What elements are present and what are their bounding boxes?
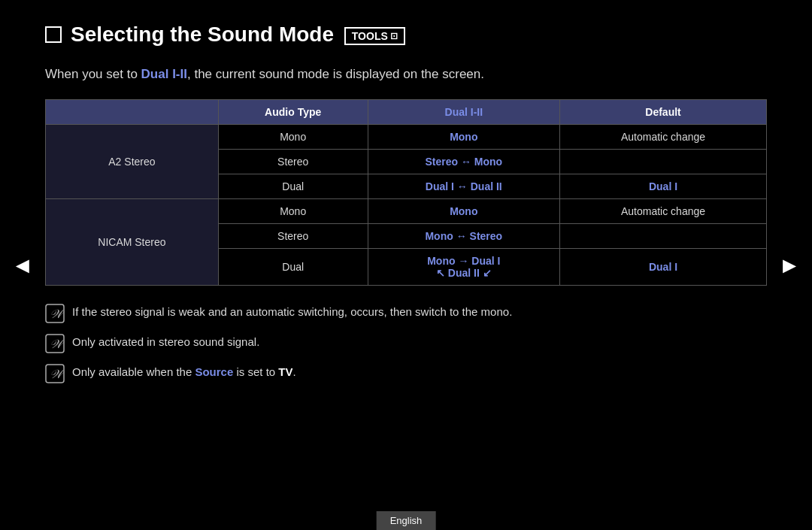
col-header-empty [46, 99, 219, 124]
default-cell: Automatic change [560, 124, 767, 149]
nav-right-arrow[interactable]: ► [778, 253, 801, 278]
audio-type-cell: Dual [218, 248, 368, 285]
note-icon-3: 𝒲 [45, 364, 65, 383]
section-nicam-stereo: NICAM Stereo [46, 198, 219, 285]
svg-text:𝒲: 𝒲 [50, 338, 65, 350]
language-label: English [390, 515, 423, 526]
note-item-2: 𝒲 Only activated in stereo sound signal. [45, 334, 767, 353]
note-text-3: Only available when the Source is set to… [72, 364, 296, 381]
default-cell [560, 223, 767, 248]
note-text-2: Only activated in stereo sound signal. [72, 334, 259, 351]
note-text-1: If the stereo signal is weak and an auto… [72, 304, 512, 321]
tools-icon: ⊡ [390, 31, 398, 41]
page-title: Selecting the Sound Mode TOOLS⊡ [71, 23, 405, 47]
source-highlight: Source [195, 365, 233, 378]
col-header-default: Default [560, 99, 767, 124]
default-cell: Dual I [560, 248, 767, 285]
note-item-3: 𝒲 Only available when the Source is set … [45, 364, 767, 383]
tools-badge: TOOLS⊡ [344, 27, 405, 45]
subtitle: When you set to Dual I-II, the current s… [45, 65, 767, 84]
default-cell: Automatic change [560, 198, 767, 223]
page-title-row: Selecting the Sound Mode TOOLS⊡ [45, 23, 767, 47]
dual-cell: Mono [368, 124, 560, 149]
footer-language: English [377, 511, 436, 530]
note-item-1: 𝒲 If the stereo signal is weak and an au… [45, 304, 767, 323]
table-row: A2 Stereo Mono Mono Automatic change [46, 124, 767, 149]
dual-cell: Mono [368, 198, 560, 223]
default-cell: Dual I [560, 174, 767, 198]
svg-text:𝒲: 𝒲 [50, 368, 65, 380]
svg-text:𝒲: 𝒲 [50, 307, 65, 320]
audio-type-cell: Stereo [218, 223, 368, 248]
nav-left-arrow[interactable]: ◄ [11, 253, 34, 278]
note-icon-1: 𝒲 [45, 304, 65, 323]
tv-highlight: TV [278, 365, 292, 378]
checkbox-icon [45, 26, 62, 43]
dual-highlight: Dual I-II [141, 67, 187, 81]
audio-type-cell: Mono [218, 124, 368, 149]
sound-mode-table: Audio Type Dual I-II Default A2 Stereo M… [45, 99, 767, 286]
col-header-audio-type: Audio Type [218, 99, 368, 124]
audio-type-cell: Dual [218, 174, 368, 198]
dual-cell: Stereo ↔ Mono [368, 149, 560, 174]
dual-cell: Mono → Dual I↖ Dual II ↙ [368, 248, 560, 285]
notes-section: 𝒲 If the stereo signal is weak and an au… [45, 304, 767, 383]
dual-cell: Dual I ↔ Dual II [368, 174, 560, 198]
audio-type-cell: Stereo [218, 149, 368, 174]
audio-type-cell: Mono [218, 198, 368, 223]
default-cell [560, 149, 767, 174]
table-row: NICAM Stereo Mono Mono Automatic change [46, 198, 767, 223]
note-icon-2: 𝒲 [45, 334, 65, 353]
section-a2-stereo: A2 Stereo [46, 124, 219, 198]
col-header-dual: Dual I-II [368, 99, 560, 124]
main-content: Selecting the Sound Mode TOOLS⊡ When you… [0, 0, 812, 409]
dual-cell: Mono ↔ Stereo [368, 223, 560, 248]
